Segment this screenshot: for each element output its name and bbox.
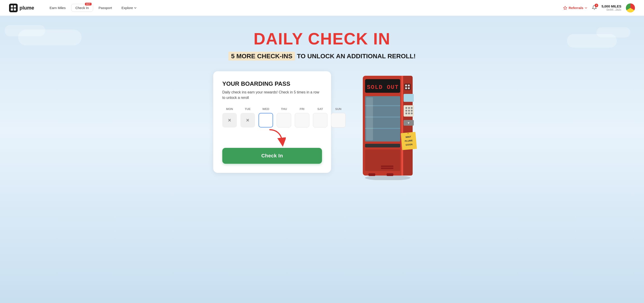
svg-point-22 bbox=[408, 107, 410, 109]
day-label: FRI bbox=[300, 107, 304, 111]
day-box-mon: × bbox=[222, 113, 237, 127]
day-box-sun bbox=[331, 113, 346, 127]
day-col-sat: SAT bbox=[313, 107, 328, 127]
vending-machine: SOLD OUT bbox=[352, 71, 424, 180]
arrow-container bbox=[222, 134, 322, 148]
subtitle-suffix: TO UNLOCK AN ADDITIONAL REROLL! bbox=[295, 53, 416, 60]
star-icon bbox=[563, 6, 567, 10]
day-col-tue: TUE× bbox=[240, 107, 255, 127]
svg-rect-35 bbox=[381, 166, 394, 167]
svg-rect-10 bbox=[401, 76, 403, 176]
svg-point-25 bbox=[408, 110, 410, 112]
svg-rect-19 bbox=[404, 94, 414, 102]
day-col-sun: SUN bbox=[331, 107, 346, 127]
svg-point-26 bbox=[411, 110, 413, 112]
day-box-wed[interactable] bbox=[258, 113, 273, 127]
svg-point-29 bbox=[411, 113, 413, 114]
svg-point-24 bbox=[406, 110, 407, 112]
day-label: SUN bbox=[335, 107, 341, 111]
day-box-tue: × bbox=[240, 113, 255, 127]
vending-machine-wrapper: SOLD OUT bbox=[345, 71, 431, 180]
day-col-thu: THU bbox=[277, 107, 291, 127]
svg-rect-34 bbox=[381, 168, 394, 169]
bg-cloud-left-small bbox=[4, 25, 45, 36]
svg-point-21 bbox=[406, 107, 407, 109]
day-label: TUE bbox=[245, 107, 250, 111]
svg-rect-37 bbox=[405, 85, 407, 86]
nav-check-in[interactable]: Check In HOT bbox=[71, 4, 93, 12]
day-box-thu bbox=[277, 113, 291, 127]
svg-point-27 bbox=[406, 113, 407, 114]
wallet-address: 0x44f...2b2c bbox=[602, 8, 621, 11]
miles-amount: 5,000 MILES bbox=[602, 4, 621, 8]
logo-text: plume bbox=[20, 5, 34, 11]
day-col-wed: WED bbox=[258, 107, 273, 127]
plume-logo-icon bbox=[9, 4, 18, 12]
svg-rect-39 bbox=[405, 87, 407, 89]
svg-rect-40 bbox=[408, 87, 410, 89]
nav-right: Referrals 3 5,000 MILES 0x44f...2b2c bbox=[563, 4, 635, 13]
svg-rect-46 bbox=[368, 173, 375, 176]
miles-info: 5,000 MILES 0x44f...2b2c bbox=[602, 4, 621, 11]
boarding-pass-card: YOUR BOARDING PASS Daily check ins earn … bbox=[213, 71, 331, 173]
hero-subtitle: 5 MORE CHECK-INS TO UNLOCK AN ADDITIONAL… bbox=[228, 53, 416, 60]
hero-section: DAILY CHECK IN 5 MORE CHECK-INS TO UNLOC… bbox=[0, 16, 644, 303]
svg-rect-1 bbox=[11, 5, 13, 7]
referrals-button[interactable]: Referrals bbox=[563, 6, 587, 10]
day-label: WED bbox=[262, 107, 269, 111]
subtitle-highlight: 5 MORE CHECK-INS bbox=[228, 52, 295, 61]
svg-rect-47 bbox=[386, 173, 394, 176]
checkin-button[interactable]: Check In bbox=[222, 148, 322, 164]
chevron-down-icon bbox=[134, 7, 137, 9]
day-label: SAT bbox=[317, 107, 323, 111]
svg-rect-36 bbox=[404, 84, 410, 90]
svg-text:MINT: MINT bbox=[406, 135, 411, 138]
notification-bell[interactable]: 3 bbox=[592, 5, 597, 11]
avatar[interactable] bbox=[626, 4, 635, 13]
svg-rect-4 bbox=[14, 8, 16, 11]
nav-earn-miles[interactable]: Earn Miles bbox=[46, 4, 70, 12]
svg-point-28 bbox=[408, 113, 410, 114]
svg-rect-32 bbox=[365, 144, 400, 147]
day-col-mon: MON× bbox=[222, 107, 237, 127]
bg-cloud-right-small bbox=[596, 27, 630, 38]
day-label: THU bbox=[281, 107, 287, 111]
navbar: plume Earn Miles Check In HOT Passport E… bbox=[0, 0, 644, 16]
svg-rect-3 bbox=[11, 8, 13, 11]
svg-rect-38 bbox=[408, 85, 410, 86]
hot-badge: HOT bbox=[85, 3, 92, 6]
nav-explore[interactable]: Explore bbox=[118, 4, 141, 12]
page-title: DAILY CHECK IN bbox=[254, 30, 390, 48]
referrals-chevron-icon bbox=[585, 7, 587, 9]
day-col-fri: FRI bbox=[295, 107, 309, 127]
referrals-label: Referrals bbox=[568, 6, 583, 10]
nav-passport[interactable]: Passport bbox=[94, 4, 116, 12]
main-content: YOUR BOARDING PASS Daily check ins earn … bbox=[186, 71, 458, 180]
svg-rect-0 bbox=[9, 4, 18, 12]
day-label: MON bbox=[226, 107, 233, 111]
svg-rect-2 bbox=[14, 5, 16, 7]
svg-marker-5 bbox=[564, 6, 567, 9]
day-box-fri bbox=[295, 113, 309, 127]
boarding-pass-title: YOUR BOARDING PASS bbox=[222, 80, 322, 87]
svg-point-23 bbox=[411, 107, 413, 109]
nav-links: Earn Miles Check In HOT Passport Explore bbox=[46, 4, 563, 12]
logo[interactable]: plume bbox=[9, 4, 34, 12]
svg-rect-18 bbox=[366, 97, 373, 140]
svg-text:▼: ▼ bbox=[407, 121, 410, 125]
svg-rect-12 bbox=[365, 79, 400, 93]
days-grid: MON×TUE×WEDTHUFRISATSUN bbox=[222, 107, 322, 127]
red-arrow-icon bbox=[265, 127, 286, 148]
notification-badge: 3 bbox=[594, 4, 598, 7]
boarding-pass-desc: Daily check ins earn your rewards! Check… bbox=[222, 90, 322, 101]
day-box-sat bbox=[313, 113, 328, 127]
